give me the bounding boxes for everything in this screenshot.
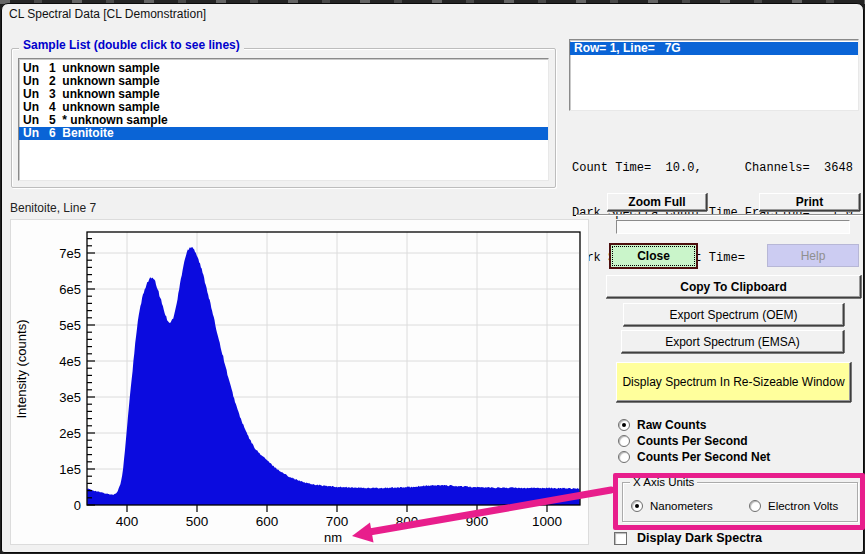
- svg-text:Intensity (counts): Intensity (counts): [14, 320, 29, 419]
- svg-text:6e5: 6e5: [59, 282, 81, 297]
- close-button[interactable]: Close: [609, 243, 698, 269]
- radio-label-electron-volts: Electron Volts: [768, 500, 838, 512]
- svg-text:900: 900: [466, 514, 489, 529]
- radio-label-raw-counts: Raw Counts: [637, 418, 706, 432]
- radio-label-nanometers: Nanometers: [650, 500, 713, 512]
- display-resizeable-window-button[interactable]: Display Spectrum In Re-Sizeable Window: [616, 362, 851, 402]
- svg-text:600: 600: [256, 514, 279, 529]
- svg-text:800: 800: [396, 514, 419, 529]
- divider-line: [576, 214, 863, 216]
- radio-counts-per-second-net[interactable]: [618, 451, 630, 463]
- radio-counts-per-second[interactable]: [618, 435, 630, 447]
- info-line-count-time: Count Time= 10.0, Channels= 3648: [572, 161, 853, 176]
- svg-text:1e5: 1e5: [59, 462, 81, 477]
- radio-nanometers[interactable]: [631, 500, 643, 512]
- radio-row-counts-per-second[interactable]: Counts Per Second: [618, 434, 748, 448]
- svg-text:2e5: 2e5: [59, 426, 81, 441]
- svg-text:7e5: 7e5: [59, 246, 81, 261]
- list-item-selected[interactable]: Un 6 Benitoite: [19, 127, 548, 140]
- radio-raw-counts[interactable]: [618, 419, 630, 431]
- svg-text:400: 400: [116, 514, 139, 529]
- svg-text:3e5: 3e5: [59, 390, 81, 405]
- svg-text:500: 500: [186, 514, 209, 529]
- dialog-window: CL Spectral Data [CL Demonstration] Samp…: [1, 3, 864, 553]
- radio-row-electron-volts[interactable]: Electron Volts: [749, 500, 838, 512]
- svg-text:0: 0: [74, 498, 81, 513]
- display-dark-spectra-checkbox[interactable]: [614, 532, 627, 545]
- export-spectrum-oem-button[interactable]: Export Spectrum (OEM): [623, 303, 844, 326]
- sample-list-group-label: Sample List (double click to see lines): [19, 38, 244, 52]
- svg-text:700: 700: [326, 514, 349, 529]
- svg-text:1000: 1000: [532, 514, 562, 529]
- radio-electron-volts[interactable]: [749, 500, 761, 512]
- copy-to-clipboard-button[interactable]: Copy To Clipboard: [606, 275, 861, 298]
- help-button[interactable]: Help: [767, 244, 859, 267]
- radio-row-counts-per-second-net[interactable]: Counts Per Second Net: [618, 450, 770, 464]
- spectrum-chart[interactable]: 01e52e53e54e55e56e57e5400500600700800900…: [2, 194, 602, 554]
- sample-listbox[interactable]: Un 1 unknown sample Un 2 unknown sample …: [18, 58, 549, 181]
- display-dark-spectra-label: Display Dark Spectra: [637, 531, 762, 545]
- line-list-item-selected[interactable]: Row= 1, Line= 7G: [570, 42, 858, 55]
- radio-row-nanometers[interactable]: Nanometers: [631, 500, 713, 512]
- export-spectrum-emsa-button[interactable]: Export Spectrum (EMSA): [621, 330, 844, 353]
- progress-bar: [616, 220, 850, 234]
- svg-text:4e5: 4e5: [59, 354, 81, 369]
- radio-label-counts-per-second: Counts Per Second: [637, 434, 748, 448]
- print-button[interactable]: Print: [759, 193, 860, 211]
- radio-row-raw-counts[interactable]: Raw Counts: [618, 418, 706, 432]
- line-listbox[interactable]: Row= 1, Line= 7G: [569, 39, 859, 111]
- radio-label-counts-per-second-net: Counts Per Second Net: [637, 450, 770, 464]
- svg-text:5e5: 5e5: [59, 318, 81, 333]
- x-axis-units-label: X Axis Units: [630, 476, 697, 488]
- window-title: CL Spectral Data [CL Demonstration]: [9, 7, 206, 23]
- svg-text:nm: nm: [324, 530, 342, 545]
- zoom-full-button[interactable]: Zoom Full: [607, 193, 707, 211]
- display-dark-spectra-row[interactable]: Display Dark Spectra: [614, 531, 762, 545]
